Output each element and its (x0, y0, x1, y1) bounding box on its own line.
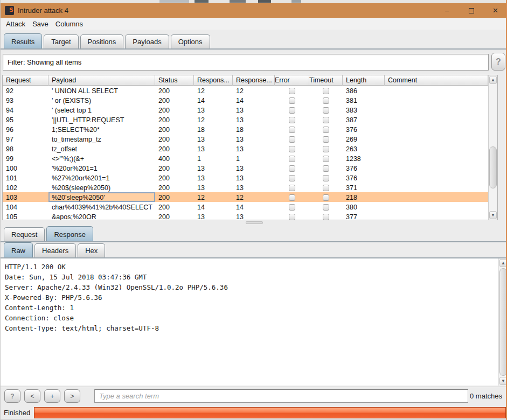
error-checkbox[interactable] (289, 175, 295, 181)
minimize-icon[interactable]: – (435, 3, 459, 18)
timeout-checkbox[interactable] (323, 88, 329, 94)
table-row[interactable]: 105&apos;%20OR2001313377 (3, 212, 488, 220)
tab-positions[interactable]: Positions (80, 34, 124, 48)
scroll-down-icon[interactable]: ▼ (489, 211, 497, 219)
column-header-error[interactable]: Error (275, 75, 309, 86)
table-row[interactable]: 961;SELECT%20*2001818376 (3, 124, 488, 134)
error-checkbox[interactable] (289, 97, 295, 104)
error-checkbox[interactable] (289, 117, 295, 123)
timeout-checkbox[interactable] (323, 214, 329, 220)
error-checkbox[interactable] (289, 204, 295, 211)
cell-error (275, 105, 309, 115)
table-row[interactable]: 92' UNION ALL SELECT2001212386 (3, 86, 488, 95)
table-row[interactable]: 98tz_offset2001313263 (3, 144, 488, 153)
tab-results[interactable]: Results (4, 33, 42, 48)
background-window-artifact (230, 0, 246, 3)
status-bar: Finished (1, 405, 507, 420)
maximize-icon[interactable] (459, 3, 483, 18)
timeout-checkbox[interactable] (323, 146, 329, 152)
cell-request: 98 (3, 144, 48, 153)
scrollbar-thumb[interactable] (489, 146, 497, 188)
tab-headers[interactable]: Headers (34, 243, 76, 257)
error-checkbox[interactable] (289, 194, 295, 201)
error-checkbox[interactable] (289, 107, 295, 114)
search-prev-button[interactable]: < (24, 389, 40, 403)
cell-error (275, 144, 309, 153)
error-checkbox[interactable] (289, 88, 295, 94)
scroll-up-icon[interactable]: ▲ (499, 259, 507, 267)
scroll-down-icon[interactable]: ▼ (499, 377, 507, 385)
cell-payload: %20$(sleep%2050) (48, 183, 155, 192)
tab-hex[interactable]: Hex (78, 243, 105, 257)
cell-response-received: 13 (194, 183, 233, 192)
timeout-checkbox[interactable] (323, 185, 329, 191)
cell-status: 400 (155, 153, 194, 163)
filter-bar[interactable]: Filter: Showing all items (3, 54, 489, 71)
divider-grip[interactable] (246, 221, 263, 224)
close-icon[interactable]: ✕ (483, 3, 507, 18)
response-scrollbar[interactable]: ▲ ▼ (498, 258, 507, 386)
scroll-up-icon[interactable]: ▲ (489, 76, 497, 84)
error-checkbox[interactable] (289, 146, 295, 152)
tab-target[interactable]: Target (44, 34, 78, 48)
search-help-button[interactable]: ? (4, 389, 20, 403)
timeout-checkbox[interactable] (323, 136, 329, 143)
split-divider[interactable] (1, 220, 507, 225)
column-header-length[interactable]: Length (343, 75, 385, 86)
results-table-scrollbar[interactable]: ▲ ▼ (488, 75, 497, 220)
timeout-checkbox[interactable] (323, 127, 329, 133)
timeout-checkbox[interactable] (323, 97, 329, 104)
table-row[interactable]: 93' or (EXISTS)2001414381 (3, 95, 488, 105)
filter-help-button[interactable]: ? (491, 53, 505, 71)
scrollbar-thumb[interactable] (499, 268, 507, 376)
tab-payloads[interactable]: Payloads (125, 34, 169, 48)
menu-item-save[interactable]: Save (32, 20, 48, 28)
timeout-checkbox[interactable] (323, 194, 329, 201)
tab-raw[interactable]: Raw (4, 242, 33, 257)
error-checkbox[interactable] (289, 156, 295, 162)
titlebar: Intruder attack 4 – ✕ (1, 3, 507, 18)
search-next-button[interactable]: > (64, 389, 80, 403)
tab-request[interactable]: Request (4, 227, 45, 241)
column-header-comment[interactable]: Comment (385, 75, 488, 86)
error-checkbox[interactable] (289, 165, 295, 172)
table-row[interactable]: 99<>"'%;)(&+400111238 (3, 153, 488, 163)
cell-response-received: 12 (194, 115, 233, 124)
error-checkbox[interactable] (289, 214, 295, 220)
error-checkbox[interactable] (289, 185, 295, 191)
table-row[interactable]: 102%20$(sleep%2050)2001313371 (3, 183, 488, 192)
column-header-timeout[interactable]: Timeout (309, 75, 343, 86)
timeout-checkbox[interactable] (323, 204, 329, 211)
column-header-status[interactable]: Status (155, 75, 194, 86)
timeout-checkbox[interactable] (323, 175, 329, 181)
table-row[interactable]: 101%27%20or%201=12001313376 (3, 173, 488, 183)
table-row[interactable]: 94' (select top 12001313383 (3, 105, 488, 115)
cell-timeout (309, 134, 343, 144)
timeout-checkbox[interactable] (323, 107, 329, 114)
column-header-response[interactable]: Response... (233, 75, 275, 86)
table-row[interactable]: 104char%4039%41%2b%40SELECT2001414380 (3, 202, 488, 212)
timeout-checkbox[interactable] (323, 117, 329, 123)
table-row[interactable]: 95'||UTL_HTTP.REQUEST2001213387 (3, 115, 488, 124)
search-input[interactable] (94, 389, 468, 403)
cell-length: 387 (343, 115, 385, 124)
cell-payload: %27%20or%201=1 (48, 173, 155, 183)
column-header-payload[interactable]: Payload (48, 75, 155, 86)
timeout-checkbox[interactable] (323, 165, 329, 172)
cell-request: 99 (3, 153, 48, 163)
cell-response-received: 13 (194, 144, 233, 153)
search-add-button[interactable]: + (44, 389, 60, 403)
timeout-checkbox[interactable] (323, 156, 329, 162)
error-checkbox[interactable] (289, 136, 295, 143)
column-header-respons[interactable]: Respons... (194, 75, 233, 86)
tab-options[interactable]: Options (171, 34, 210, 48)
column-header-request[interactable]: Request (3, 75, 48, 86)
error-checkbox[interactable] (289, 127, 295, 133)
menu-item-attack[interactable]: Attack (6, 20, 25, 28)
response-raw-text[interactable]: HTTP/1.1 200 OKDate: Sun, 15 Jul 2018 03… (1, 258, 498, 386)
table-row[interactable]: 100'%20or%201=12001313376 (3, 163, 488, 173)
table-row[interactable]: 97to_timestamp_tz2001313269 (3, 134, 488, 144)
menu-item-columns[interactable]: Columns (55, 20, 83, 28)
tab-response[interactable]: Response (46, 226, 93, 241)
table-row[interactable]: 103%20'sleep%2050'2001212218 (3, 192, 488, 202)
